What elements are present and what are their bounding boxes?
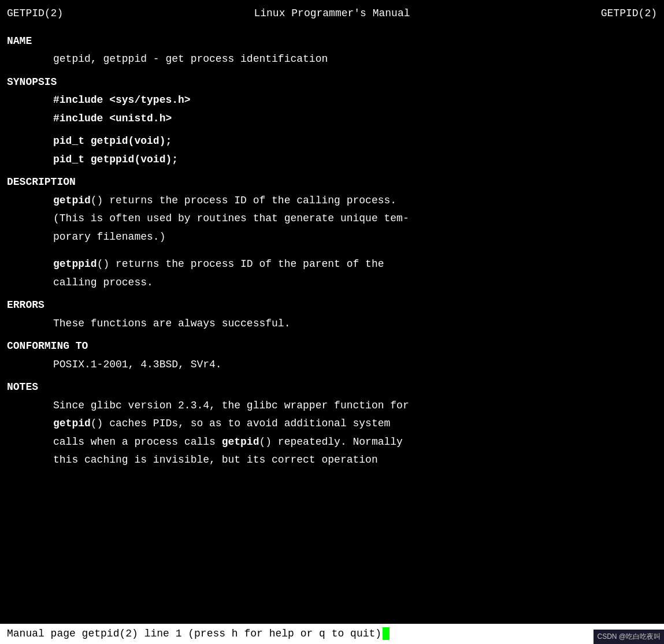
getpid-bold: getpid — [53, 195, 91, 206]
getppid-text1: () returns the process ID of the parent … — [97, 258, 384, 270]
section-synopsis: SYNOPSIS #include <sys/types.h> #include… — [7, 73, 657, 169]
notes-text1: Since glibc version 2.3.4, the glibc wra… — [53, 400, 409, 411]
section-errors: ERRORS These functions are always succes… — [7, 296, 657, 333]
name-body: getpid, getppid - get process identifica… — [7, 50, 657, 69]
include1: #include <sys/types.h> — [53, 91, 657, 110]
section-notes: NOTES Since glibc version 2.3.4, the gli… — [7, 378, 657, 470]
notes-getpid-bold2: getpid — [222, 436, 259, 448]
getpid-text1: () returns the process ID of the calling… — [91, 195, 396, 206]
proto1: pid_t getpid(void); — [53, 132, 657, 151]
conforming-heading: CONFORMING TO — [7, 337, 657, 356]
getppid-description: getppid() returns the process ID of the … — [53, 255, 657, 292]
section-name: NAME getpid, getppid - get process ident… — [7, 32, 657, 69]
notes-text2: () caches PIDs, so as to avoid additiona… — [91, 418, 390, 429]
section-conforming: CONFORMING TO POSIX.1-2001, 4.3BSD, SVr4… — [7, 337, 657, 374]
name-heading: NAME — [7, 32, 657, 51]
errors-body: These functions are always successful. — [7, 315, 657, 333]
header-left: GETPID(2) — [7, 5, 63, 23]
header-center: Linux Programmer's Manual — [254, 5, 410, 23]
notes-text4: () repeatedly. Normally — [259, 436, 402, 448]
notes-body: Since glibc version 2.3.4, the glibc wra… — [7, 397, 657, 470]
description-heading: DESCRIPTION — [7, 173, 657, 192]
header-right: GETPID(2) — [601, 5, 657, 23]
notes-text5: this caching is invisible, but its corre… — [53, 454, 378, 466]
synopsis-body: #include <sys/types.h> #include <unistd.… — [7, 91, 657, 169]
status-text: Manual page getpid(2) line 1 (press h fo… — [7, 625, 381, 643]
cursor — [383, 627, 390, 640]
notes-getpid-bold: getpid — [53, 418, 91, 429]
getpid-description: getpid() returns the process ID of the c… — [53, 192, 657, 247]
proto2: pid_t getppid(void); — [53, 151, 657, 169]
synopsis-heading: SYNOPSIS — [7, 73, 657, 92]
header-line: GETPID(2) Linux Programmer's Manual GETP… — [7, 5, 657, 23]
getpid-text2: (This is often used by routines that gen… — [53, 213, 409, 224]
csdn-watermark: CSDN @吃白吃夜叫 — [593, 630, 664, 644]
description-body: getpid() returns the process ID of the c… — [7, 192, 657, 292]
section-description: DESCRIPTION getpid() returns the process… — [7, 173, 657, 292]
status-bar: Manual page getpid(2) line 1 (press h fo… — [0, 624, 664, 645]
notes-heading: NOTES — [7, 378, 657, 397]
main-content: GETPID(2) Linux Programmer's Manual GETP… — [0, 0, 664, 621]
getppid-text2: calling process. — [53, 277, 153, 288]
include2: #include <unistd.h> — [53, 110, 657, 128]
getpid-text3: porary filenames.) — [53, 231, 165, 243]
errors-heading: ERRORS — [7, 296, 657, 315]
getppid-bold: getppid — [53, 258, 97, 270]
notes-text3: calls when a process calls — [53, 436, 222, 448]
conforming-body: POSIX.1-2001, 4.3BSD, SVr4. — [7, 356, 657, 374]
